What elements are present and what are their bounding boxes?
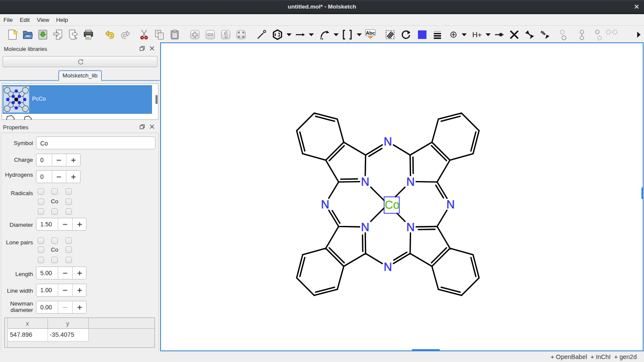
svg-text:N: N — [447, 198, 455, 211]
svg-text:Co: Co — [385, 199, 400, 211]
svg-text:H+: H+ — [472, 31, 482, 39]
svg-text:N: N — [361, 221, 370, 234]
svg-text:N: N — [384, 261, 392, 273]
svg-text:N: N — [321, 198, 330, 211]
svg-text:N: N — [361, 175, 370, 188]
svg-text:N: N — [406, 221, 415, 234]
svg-text:Abc: Abc — [366, 30, 375, 36]
svg-text:N: N — [384, 135, 392, 148]
svg-text:N: N — [406, 175, 415, 188]
